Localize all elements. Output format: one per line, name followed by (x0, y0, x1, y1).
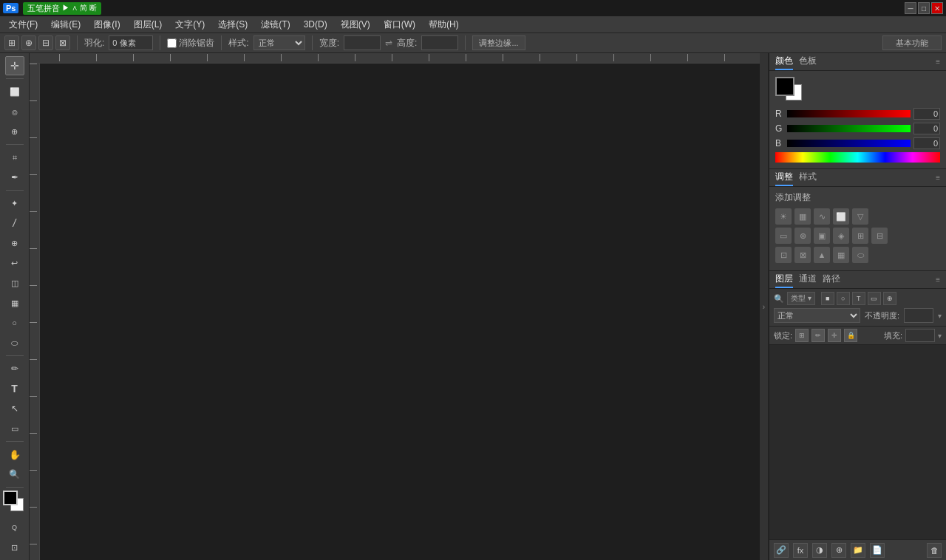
brightness-icon[interactable]: ☀ (775, 208, 792, 225)
colorbalance-icon[interactable]: ⊕ (794, 228, 811, 244)
crop-tool[interactable]: ⌗ (5, 148, 24, 167)
quick-select-tool[interactable]: ⊕ (5, 122, 24, 141)
minimize-button[interactable]: ─ (905, 2, 916, 14)
opacity-input[interactable] (904, 308, 933, 323)
adjust-layer-icon[interactable]: ○ (837, 292, 850, 305)
style-select[interactable]: 正常 固定比例 固定大小 (253, 35, 305, 50)
adjust-panel-menu-btn[interactable]: ≡ (936, 174, 940, 182)
channelmixer-icon[interactable]: ⊞ (852, 228, 868, 244)
smart-layer-icon[interactable]: ⊕ (883, 292, 896, 305)
lock-all-icon[interactable]: 🔒 (844, 329, 857, 342)
rectangular-marquee-tool[interactable]: ⬜ (5, 82, 24, 101)
pen-tool[interactable]: ✏ (5, 359, 24, 378)
canvas-area[interactable] (40, 64, 760, 560)
panel-collapse-handle[interactable]: › (760, 53, 769, 560)
g-slider[interactable] (787, 125, 911, 132)
layer-mask-btn[interactable]: ◑ (812, 543, 827, 558)
invert-icon[interactable]: ⊡ (775, 247, 792, 263)
menu-filter[interactable]: 滤镜(T) (255, 17, 296, 33)
shape-layer-icon[interactable]: ▭ (868, 292, 881, 305)
menu-file[interactable]: 文件(F) (3, 17, 44, 33)
layer-fx-btn[interactable]: fx (793, 543, 808, 558)
blur-tool[interactable]: ○ (5, 313, 24, 332)
posterize-icon[interactable]: ⊠ (794, 247, 811, 263)
fill-input[interactable] (905, 329, 935, 342)
menu-3d[interactable]: 3D(D) (298, 18, 333, 31)
width-input[interactable] (344, 35, 381, 50)
r-value[interactable] (913, 108, 940, 120)
brush-tool[interactable]: / (5, 214, 24, 233)
exposure-icon[interactable]: ⬜ (833, 208, 849, 225)
screen-mode-btn[interactable]: ⊡ (5, 538, 24, 557)
eyedropper-tool[interactable]: ✒ (5, 168, 24, 187)
shape-tool[interactable]: ▭ (5, 419, 24, 438)
anti-alias-checkbox[interactable] (167, 38, 177, 48)
lock-pixels-icon[interactable]: ⊞ (795, 329, 809, 342)
layers-type-btn[interactable]: 类型 ▾ (787, 292, 815, 305)
path-select-tool[interactable]: ↖ (5, 399, 24, 418)
menu-view[interactable]: 视图(V) (335, 17, 376, 33)
selective-color-icon[interactable]: ⬭ (852, 247, 868, 263)
adjust-edges-btn[interactable]: 调整边缘... (472, 35, 525, 50)
layer-adj-btn[interactable]: ⊕ (831, 543, 846, 558)
menu-window[interactable]: 窗口(W) (378, 17, 421, 33)
threshold-icon[interactable]: ▲ (814, 247, 830, 263)
hand-tool[interactable]: ✋ (5, 445, 24, 464)
b-slider[interactable] (787, 140, 911, 147)
levels-icon[interactable]: ▦ (794, 208, 811, 225)
gradient-tool[interactable]: ▦ (5, 293, 24, 313)
healing-tool[interactable]: ✦ (5, 194, 24, 213)
type-tool[interactable]: T (5, 379, 24, 398)
hsl-icon[interactable]: ▭ (775, 228, 792, 244)
menu-help[interactable]: 帮助(H) (423, 17, 465, 33)
bw-icon[interactable]: ▣ (814, 228, 830, 244)
g-value[interactable] (913, 123, 940, 134)
curves-icon[interactable]: ∿ (814, 208, 830, 225)
type-layer-icon[interactable]: T (852, 292, 865, 305)
menu-type[interactable]: 文字(Y) (169, 17, 211, 33)
foreground-color-box[interactable] (775, 77, 794, 96)
feather-input[interactable] (109, 35, 153, 50)
layer-new-btn[interactable]: 📄 (870, 543, 885, 558)
close-button[interactable]: ✕ (931, 2, 943, 14)
subtract-selection-btn[interactable]: ⊟ (38, 35, 53, 50)
menu-image[interactable]: 图像(I) (88, 17, 126, 33)
photofilter-icon[interactable]: ◈ (833, 228, 849, 244)
layer-blend-mode-select[interactable]: 正常 (774, 308, 860, 323)
color-panel-menu-btn[interactable]: ≡ (936, 58, 940, 66)
vibrance-icon[interactable]: ▽ (852, 208, 868, 225)
tab-styles[interactable]: 样式 (799, 169, 817, 186)
tab-swatches[interactable]: 色板 (799, 53, 817, 70)
history-brush-tool[interactable]: ↩ (5, 253, 24, 273)
restore-button[interactable]: □ (918, 2, 930, 14)
new-selection-btn[interactable]: ⊞ (4, 35, 19, 50)
layers-panel-menu-btn[interactable]: ≡ (936, 276, 940, 284)
lock-move-icon[interactable]: ✛ (828, 329, 841, 342)
tab-color[interactable]: 颜色 (775, 53, 793, 70)
add-selection-btn[interactable]: ⊕ (21, 35, 36, 50)
menu-select[interactable]: 选择(S) (212, 17, 253, 33)
tab-layers[interactable]: 图层 (775, 271, 793, 288)
swap-icon[interactable]: ⇌ (385, 38, 392, 48)
foreground-color-swatch[interactable] (3, 491, 18, 505)
gradient-map-icon[interactable]: ▦ (833, 247, 849, 263)
intersect-selection-btn[interactable]: ⊠ (55, 35, 70, 50)
layer-link-btn[interactable]: 🔗 (774, 543, 789, 558)
tab-paths[interactable]: 路径 (823, 271, 840, 288)
workspace-btn[interactable]: 基本功能 (882, 35, 942, 50)
quick-mask-btn[interactable]: Q (5, 518, 24, 537)
lock-position-icon[interactable]: ✏ (811, 329, 825, 342)
r-slider[interactable] (787, 110, 911, 117)
color-spectrum[interactable] (775, 152, 940, 163)
zoom-tool[interactable]: 🔍 (5, 465, 24, 484)
colorlookup-icon[interactable]: ⊟ (871, 228, 888, 244)
layer-group-btn[interactable]: 📁 (851, 543, 865, 558)
clone-tool[interactable]: ⊕ (5, 233, 24, 253)
ime-toolbar[interactable]: 五笔拼音 ▶ ∧ 简 断 (23, 2, 101, 15)
menu-edit[interactable]: 编辑(E) (45, 17, 86, 33)
pixel-layer-icon[interactable]: ■ (821, 292, 834, 305)
move-tool[interactable]: ✛ (5, 56, 24, 75)
dodge-tool[interactable]: ⬭ (5, 333, 24, 352)
layers-content[interactable] (769, 345, 946, 539)
tab-channels[interactable]: 通道 (799, 271, 817, 288)
